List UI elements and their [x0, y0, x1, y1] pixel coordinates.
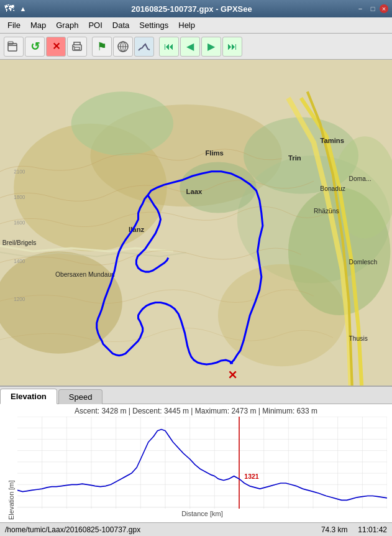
- chart-inner: 2400 2200 2000 1800 1600 1400 1200 1000 …: [17, 417, 387, 520]
- app-icon: 🗺: [4, 3, 15, 14]
- map-canvas[interactable]: 2100 1800 1600 1400 1200 Flims Trin Tami…: [0, 60, 392, 386]
- tab-speed[interactable]: Speed: [58, 389, 103, 404]
- x-axis-label: Distance [km]: [17, 510, 387, 520]
- svg-text:Bonaduz: Bonaduz: [320, 185, 345, 192]
- map-area[interactable]: 2100 1800 1600 1400 1200 Flims Trin Tami…: [0, 60, 392, 386]
- nav-next-button[interactable]: ▶: [201, 37, 221, 57]
- svg-point-4: [73, 46, 75, 47]
- map-source-button[interactable]: [113, 37, 133, 57]
- print-button[interactable]: [67, 37, 87, 57]
- toolbar: ↺ ✕ ⚑ ⏮ ◀ ▶ ⏭: [0, 34, 392, 60]
- file-path: /home/tumic/Laax/20160825-100737.gpx: [5, 525, 140, 534]
- y-axis-label: Elevation [m]: [5, 417, 17, 520]
- nav-last-button[interactable]: ⏭: [222, 37, 242, 57]
- tab-elevation[interactable]: Elevation: [0, 389, 57, 404]
- svg-text:Flims: Flims: [205, 149, 224, 157]
- svg-text:Obersaxen Mundaun: Obersaxen Mundaun: [55, 271, 115, 278]
- svg-rect-0: [8, 44, 17, 51]
- title-bar: 🗺 ▲ 20160825-100737.gpx - GPXSee − □ ×: [0, 0, 392, 17]
- svg-text:1800: 1800: [14, 195, 25, 200]
- svg-text:2100: 2100: [14, 169, 25, 175]
- bottom-panel: Elevation Speed Ascent: 3428 m | Descent…: [0, 386, 392, 522]
- time: 11:01:42: [358, 525, 387, 534]
- svg-text:Breil/Brigels: Breil/Brigels: [2, 239, 37, 246]
- menu-graph[interactable]: Graph: [51, 19, 83, 32]
- window-title: 20160825-100737.gpx - GPXSee: [29, 4, 355, 14]
- menu-poi[interactable]: POI: [83, 19, 107, 32]
- menu-settings[interactable]: Settings: [134, 19, 173, 32]
- svg-text:Laax: Laax: [186, 188, 203, 195]
- menu-map[interactable]: Map: [25, 19, 51, 32]
- nav-first-button[interactable]: ⏮: [159, 37, 179, 57]
- chart-svg-container[interactable]: 2400 2200 2000 1800 1600 1400 1200 1000 …: [17, 417, 387, 509]
- minimize-button[interactable]: −: [355, 3, 366, 14]
- chart-area: Ascent: 3428 m | Descent: 3445 m | Maxim…: [0, 404, 392, 522]
- status-bar: /home/tumic/Laax/20160825-100737.gpx 74.…: [0, 522, 392, 536]
- svg-text:1321: 1321: [244, 473, 258, 481]
- reload-button[interactable]: ↺: [25, 37, 45, 57]
- menu-bar: File Map Graph POI Data Settings Help: [0, 17, 392, 34]
- title-bar-right: − □ ×: [355, 3, 388, 14]
- maximize-button[interactable]: □: [367, 3, 378, 14]
- svg-text:Trin: Trin: [288, 154, 301, 162]
- elevation-graph-button[interactable]: [134, 37, 154, 57]
- status-info: 74.3 km 11:01:42: [321, 525, 387, 534]
- svg-point-13: [71, 91, 173, 155]
- svg-text:Domlesch: Domlesch: [349, 259, 378, 266]
- svg-rect-1: [8, 42, 13, 44]
- svg-rect-53: [17, 417, 387, 509]
- chart-container: Elevation [m]: [5, 417, 387, 520]
- title-bar-left: 🗺 ▲: [4, 3, 29, 14]
- svg-text:1600: 1600: [14, 220, 25, 226]
- menu-data[interactable]: Data: [107, 19, 134, 32]
- open-button[interactable]: [4, 37, 24, 57]
- remove-button[interactable]: ✕: [46, 37, 66, 57]
- menu-file[interactable]: File: [2, 19, 25, 32]
- svg-rect-3: [75, 47, 80, 50]
- svg-text:Tamins: Tamins: [320, 137, 344, 144]
- svg-text:Doma...: Doma...: [349, 175, 371, 182]
- svg-text:1400: 1400: [14, 259, 25, 264]
- svg-text:1200: 1200: [14, 297, 25, 302]
- waypoint-button[interactable]: ⚑: [92, 37, 112, 57]
- chart-stats: Ascent: 3428 m | Descent: 3445 m | Maxim…: [5, 407, 387, 415]
- shade-button[interactable]: ▲: [17, 3, 29, 14]
- close-button[interactable]: ×: [380, 4, 388, 13]
- nav-prev-button[interactable]: ◀: [180, 37, 200, 57]
- distance: 74.3 km: [321, 525, 348, 534]
- menu-help[interactable]: Help: [173, 19, 200, 32]
- svg-text:Thusis: Thusis: [349, 335, 368, 342]
- svg-text:Rhäzüns: Rhäzüns: [314, 208, 339, 215]
- tab-bar: Elevation Speed: [0, 387, 392, 404]
